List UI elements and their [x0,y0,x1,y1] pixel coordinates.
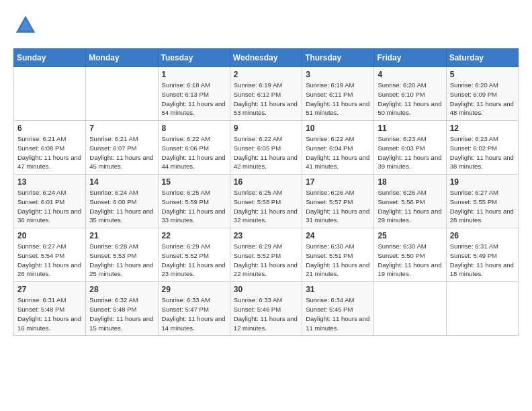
day-number: 1 [162,70,226,79]
day-header-friday: Friday [374,49,446,67]
calendar-cell: 17Sunrise: 6:26 AMSunset: 5:57 PMDayligh… [302,175,374,228]
day-number: 6 [17,124,82,133]
calendar-week-5: 27Sunrise: 6:31 AMSunset: 5:48 PMDayligh… [14,282,519,336]
day-header-monday: Monday [86,49,158,67]
day-number: 8 [162,124,226,133]
calendar-cell: 7Sunrise: 6:21 AMSunset: 6:07 PMDaylight… [86,121,158,175]
day-number: 3 [306,70,370,79]
day-info: Sunrise: 6:33 AMSunset: 5:46 PMDaylight:… [234,295,298,332]
day-info: Sunrise: 6:22 AMSunset: 6:05 PMDaylight:… [234,134,298,171]
calendar-cell: 6Sunrise: 6:21 AMSunset: 6:08 PMDaylight… [14,121,86,175]
day-number: 18 [378,177,442,187]
day-header-tuesday: Tuesday [158,49,230,67]
day-number: 2 [234,70,298,79]
calendar-cell: 19Sunrise: 6:27 AMSunset: 5:55 PMDayligh… [446,175,518,228]
day-info: Sunrise: 6:24 AMSunset: 6:00 PMDaylight:… [89,188,154,225]
calendar-cell: 23Sunrise: 6:29 AMSunset: 5:52 PMDayligh… [230,228,302,282]
logo-icon [13,13,38,38]
day-info: Sunrise: 6:32 AMSunset: 5:48 PMDaylight:… [89,295,154,332]
day-number: 9 [234,124,298,133]
calendar-cell: 29Sunrise: 6:33 AMSunset: 5:47 PMDayligh… [158,282,230,336]
calendar-table: SundayMondayTuesdayWednesdayThursdayFrid… [13,48,519,336]
calendar-week-1: 1Sunrise: 6:18 AMSunset: 6:13 PMDaylight… [14,67,519,121]
calendar-cell: 2Sunrise: 6:19 AMSunset: 6:12 PMDaylight… [230,67,302,121]
day-info: Sunrise: 6:21 AMSunset: 6:07 PMDaylight:… [89,134,154,171]
day-info: Sunrise: 6:18 AMSunset: 6:13 PMDaylight:… [162,81,226,118]
calendar-cell [446,282,518,336]
calendar-cell: 5Sunrise: 6:20 AMSunset: 6:09 PMDaylight… [446,67,518,121]
day-info: Sunrise: 6:19 AMSunset: 6:12 PMDaylight:… [234,81,298,118]
calendar-cell: 12Sunrise: 6:23 AMSunset: 6:02 PMDayligh… [446,121,518,175]
day-header-sunday: Sunday [14,49,86,67]
calendar-cell: 9Sunrise: 6:22 AMSunset: 6:05 PMDaylight… [230,121,302,175]
calendar-cell: 20Sunrise: 6:27 AMSunset: 5:54 PMDayligh… [14,228,86,282]
calendar-cell [14,67,86,121]
calendar-cell: 13Sunrise: 6:24 AMSunset: 6:01 PMDayligh… [14,175,86,228]
day-number: 31 [306,285,370,294]
calendar-header-row: SundayMondayTuesdayWednesdayThursdayFrid… [14,49,519,67]
day-info: Sunrise: 6:23 AMSunset: 6:03 PMDaylight:… [378,134,442,171]
day-header-thursday: Thursday [302,49,374,67]
day-number: 4 [378,70,442,79]
day-number: 22 [162,231,226,240]
day-info: Sunrise: 6:31 AMSunset: 5:48 PMDaylight:… [17,295,82,332]
calendar-cell [374,282,446,336]
day-number: 23 [234,231,298,240]
day-info: Sunrise: 6:21 AMSunset: 6:08 PMDaylight:… [17,134,82,171]
day-info: Sunrise: 6:30 AMSunset: 5:50 PMDaylight:… [378,242,442,279]
day-info: Sunrise: 6:25 AMSunset: 5:58 PMDaylight:… [234,188,298,225]
day-number: 29 [162,285,226,294]
page-header [13,13,519,38]
day-number: 28 [89,285,154,294]
day-info: Sunrise: 6:27 AMSunset: 5:55 PMDaylight:… [450,188,515,225]
day-number: 14 [89,177,154,187]
calendar-week-2: 6Sunrise: 6:21 AMSunset: 6:08 PMDaylight… [14,121,519,175]
day-info: Sunrise: 6:29 AMSunset: 5:52 PMDaylight:… [162,242,226,279]
day-number: 16 [234,177,298,187]
day-info: Sunrise: 6:31 AMSunset: 5:49 PMDaylight:… [450,242,515,279]
day-info: Sunrise: 6:29 AMSunset: 5:52 PMDaylight:… [234,242,298,279]
day-info: Sunrise: 6:26 AMSunset: 5:56 PMDaylight:… [378,188,442,225]
day-info: Sunrise: 6:33 AMSunset: 5:47 PMDaylight:… [162,295,226,332]
day-number: 27 [17,285,82,294]
day-number: 13 [17,177,82,187]
calendar-cell: 4Sunrise: 6:20 AMSunset: 6:10 PMDaylight… [374,67,446,121]
calendar-cell: 24Sunrise: 6:30 AMSunset: 5:51 PMDayligh… [302,228,374,282]
calendar-cell: 31Sunrise: 6:34 AMSunset: 5:45 PMDayligh… [302,282,374,336]
day-number: 26 [450,231,515,240]
day-info: Sunrise: 6:22 AMSunset: 6:06 PMDaylight:… [162,134,226,171]
calendar-cell: 21Sunrise: 6:28 AMSunset: 5:53 PMDayligh… [86,228,158,282]
day-number: 19 [450,177,515,187]
day-number: 21 [89,231,154,240]
day-number: 25 [378,231,442,240]
calendar-cell: 28Sunrise: 6:32 AMSunset: 5:48 PMDayligh… [86,282,158,336]
day-info: Sunrise: 6:30 AMSunset: 5:51 PMDaylight:… [306,242,370,279]
day-info: Sunrise: 6:28 AMSunset: 5:53 PMDaylight:… [89,242,154,279]
day-number: 15 [162,177,226,187]
calendar-cell: 8Sunrise: 6:22 AMSunset: 6:06 PMDaylight… [158,121,230,175]
calendar-cell: 27Sunrise: 6:31 AMSunset: 5:48 PMDayligh… [14,282,86,336]
calendar-cell: 15Sunrise: 6:25 AMSunset: 5:59 PMDayligh… [158,175,230,228]
day-number: 11 [378,124,442,133]
day-info: Sunrise: 6:22 AMSunset: 6:04 PMDaylight:… [306,134,370,171]
day-info: Sunrise: 6:24 AMSunset: 6:01 PMDaylight:… [17,188,82,225]
calendar-cell: 18Sunrise: 6:26 AMSunset: 5:56 PMDayligh… [374,175,446,228]
calendar-week-3: 13Sunrise: 6:24 AMSunset: 6:01 PMDayligh… [14,175,519,228]
day-info: Sunrise: 6:25 AMSunset: 5:59 PMDaylight:… [162,188,226,225]
calendar-cell: 14Sunrise: 6:24 AMSunset: 6:00 PMDayligh… [86,175,158,228]
day-number: 30 [234,285,298,294]
calendar-cell: 10Sunrise: 6:22 AMSunset: 6:04 PMDayligh… [302,121,374,175]
day-header-saturday: Saturday [446,49,518,67]
day-number: 12 [450,124,515,133]
day-number: 7 [89,124,154,133]
calendar-week-4: 20Sunrise: 6:27 AMSunset: 5:54 PMDayligh… [14,228,519,282]
calendar-cell: 16Sunrise: 6:25 AMSunset: 5:58 PMDayligh… [230,175,302,228]
day-info: Sunrise: 6:34 AMSunset: 5:45 PMDaylight:… [306,295,370,332]
calendar-cell: 30Sunrise: 6:33 AMSunset: 5:46 PMDayligh… [230,282,302,336]
day-info: Sunrise: 6:20 AMSunset: 6:09 PMDaylight:… [450,81,515,118]
calendar-cell: 22Sunrise: 6:29 AMSunset: 5:52 PMDayligh… [158,228,230,282]
calendar-cell: 25Sunrise: 6:30 AMSunset: 5:50 PMDayligh… [374,228,446,282]
day-info: Sunrise: 6:27 AMSunset: 5:54 PMDaylight:… [17,242,82,279]
day-info: Sunrise: 6:20 AMSunset: 6:10 PMDaylight:… [378,81,442,118]
day-number: 17 [306,177,370,187]
